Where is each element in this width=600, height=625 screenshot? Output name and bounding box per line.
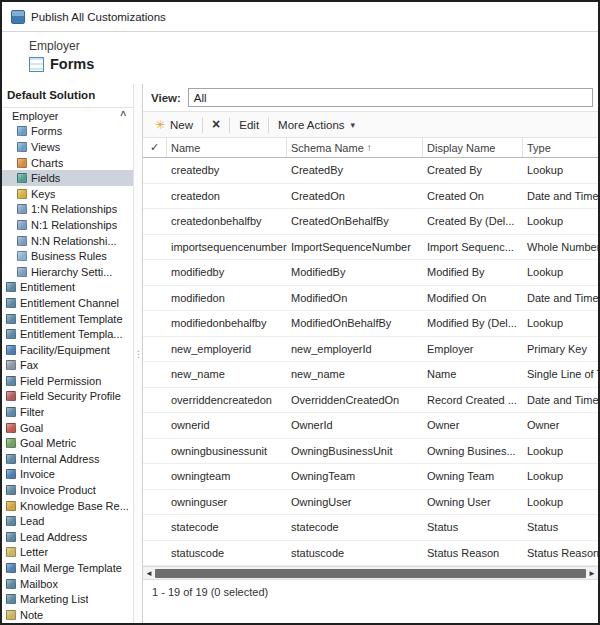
field-type-cell: Status Reason [523, 547, 598, 559]
sidebar-item-1-n-relationships[interactable]: 1:N Relationships [2, 202, 133, 218]
sidebar-item-hierarchy-setti[interactable]: Hierarchy Setti... [2, 264, 133, 280]
sidebar-item-business-rules[interactable]: Business Rules [2, 248, 133, 264]
sidebar-item-entitlement-templa[interactable]: Entitlement Templa... [2, 326, 133, 342]
field-row-modifiedonbehalfby[interactable]: modifiedonbehalfbyModifiedOnBehalfByModi… [143, 311, 598, 337]
collapse-chevron-icon[interactable]: ^ [120, 110, 126, 121]
sidebar-item-note[interactable]: Note [2, 607, 133, 623]
scroll-left-icon[interactable]: ◄ [145, 568, 153, 579]
field-name-cell: importsequencenumber [167, 241, 287, 253]
sidebar-item-charts[interactable]: Charts [2, 155, 133, 171]
field-row-overriddencreatedon[interactable]: overriddencreatedonOverriddenCreatedOnRe… [143, 388, 598, 414]
column-header-name[interactable]: Name [167, 138, 287, 157]
field-row-createdon[interactable]: createdonCreatedOnCreated OnDate and Tim… [143, 184, 598, 210]
field-schema-cell: OwningTeam [287, 470, 423, 482]
sidebar-item-keys[interactable]: Keys [2, 186, 133, 202]
sidebar-splitter[interactable]: ⋮ [133, 84, 142, 623]
sidebar-item-knowledge-base-re[interactable]: Knowledge Base Re... [2, 498, 133, 514]
sidebar-item-field-permission[interactable]: Field Permission [2, 373, 133, 389]
sidebar-item-forms[interactable]: Forms [2, 124, 133, 140]
sort-ascending-icon: ↑ [367, 142, 372, 153]
field-row-createdby[interactable]: createdbyCreatedByCreated ByLookup [143, 158, 598, 184]
sidebar-item-invoice[interactable]: Invoice [2, 467, 133, 483]
field-schema-cell: statecode [287, 521, 423, 533]
view-dropdown[interactable]: All [188, 88, 593, 107]
edit-button[interactable]: Edit [231, 116, 267, 134]
field-row-owningteam[interactable]: owningteamOwningTeamOwning TeamLookup [143, 464, 598, 490]
field-display-cell: Created By [423, 164, 523, 176]
column-header-type[interactable]: Type [523, 138, 598, 157]
sidebar-item-label: Internal Address [20, 453, 100, 465]
sidebar-item-entitlement-template[interactable]: Entitlement Template [2, 311, 133, 327]
field-display-cell: Owning Team [423, 470, 523, 482]
select-all-column-header[interactable]: ✓ [143, 138, 167, 157]
new-button[interactable]: ✳ New [147, 116, 201, 134]
field-schema-cell: OwningUser [287, 496, 423, 508]
sidebar-item-label: Entitlement Template [20, 313, 123, 325]
field-name-cell: statecode [167, 521, 287, 533]
sidebar-item-label: Knowledge Base Re... [20, 500, 129, 512]
field-name-cell: owninguser [167, 496, 287, 508]
field-row-createdonbehalfby[interactable]: createdonbehalfbyCreatedOnBehalfByCreate… [143, 209, 598, 235]
field-row-statuscode[interactable]: statuscodestatuscodeStatus ReasonStatus … [143, 541, 598, 567]
sidebar-item-entitlement-channel[interactable]: Entitlement Channel [2, 295, 133, 311]
page-header: Employer Forms [2, 32, 598, 84]
field-schema-cell: OverriddenCreatedOn [287, 394, 423, 406]
field-row-new-employerid[interactable]: new_employeridnew_employerIdEmployerPrim… [143, 337, 598, 363]
column-header-type-label: Type [527, 142, 551, 154]
column-header-schema-name[interactable]: Schema Name ↑ [287, 138, 423, 157]
sidebar-item-employer[interactable]: Employer^ [2, 108, 133, 124]
sidebar-item-views[interactable]: Views [2, 139, 133, 155]
horizontal-scrollbar[interactable]: ◄ ► [143, 566, 598, 579]
field-schema-cell: OwnerId [287, 419, 423, 431]
sidebar-item-n-1-relationships[interactable]: N:1 Relationships [2, 217, 133, 233]
entity-icon [6, 563, 16, 573]
field-row-ownerid[interactable]: owneridOwnerIdOwnerOwner [143, 413, 598, 439]
entity-icon [6, 532, 16, 542]
publish-all-customizations-button[interactable]: Publish All Customizations [11, 10, 166, 24]
sidebar-item-mail-merge-template[interactable]: Mail Merge Template [2, 560, 133, 576]
field-schema-cell: new_name [287, 368, 423, 380]
sidebar-item-filter[interactable]: Filter [2, 404, 133, 420]
many-to-many-relationships-icon [17, 236, 27, 246]
sidebar-item-n-n-relationshi[interactable]: N:N Relationshi... [2, 233, 133, 249]
sidebar-item-mailbox[interactable]: Mailbox [2, 576, 133, 592]
field-row-owninguser[interactable]: owninguserOwningUserOwning UserLookup [143, 490, 598, 516]
entity-icon [6, 547, 16, 557]
scroll-right-icon[interactable]: ► [588, 568, 596, 579]
sidebar-item-field-security-profile[interactable]: Field Security Profile [2, 389, 133, 405]
sidebar-item-label: 1:N Relationships [31, 203, 117, 215]
delete-button[interactable]: × [204, 115, 228, 134]
entity-icon [6, 298, 16, 308]
field-type-cell: Date and Time [523, 190, 598, 202]
sidebar-item-label: Forms [31, 125, 62, 137]
sidebar-item-goal[interactable]: Goal [2, 420, 133, 436]
scrollbar-thumb[interactable] [155, 569, 586, 578]
field-type-cell: Status [523, 521, 598, 533]
sidebar-item-entitlement[interactable]: Entitlement [2, 280, 133, 296]
sidebar-item-label: Entitlement Templa... [20, 328, 123, 340]
field-row-importsequencenumber[interactable]: importsequencenumberImportSequenceNumber… [143, 235, 598, 261]
new-icon: ✳ [155, 119, 165, 131]
sidebar-item-invoice-product[interactable]: Invoice Product [2, 482, 133, 498]
more-actions-button[interactable]: More Actions ▾ [270, 116, 363, 134]
sidebar-item-internal-address[interactable]: Internal Address [2, 451, 133, 467]
sidebar-item-fields[interactable]: Fields [2, 170, 133, 186]
field-row-modifiedon[interactable]: modifiedonModifiedOnModified OnDate and … [143, 286, 598, 312]
sidebar-item-lead[interactable]: Lead [2, 513, 133, 529]
field-row-statecode[interactable]: statecodestatecodeStatusStatus [143, 515, 598, 541]
sidebar-item-facility-equipment[interactable]: Facility/Equipment [2, 342, 133, 358]
sidebar-item-goal-metric[interactable]: Goal Metric [2, 435, 133, 451]
field-schema-cell: OwningBusinessUnit [287, 445, 423, 457]
field-row-owningbusinessunit[interactable]: owningbusinessunitOwningBusinessUnitOwni… [143, 439, 598, 465]
field-display-cell: Name [423, 368, 523, 380]
field-row-new-name[interactable]: new_namenew_nameNameSingle Line of Text [143, 362, 598, 388]
sidebar-item-label: Entitlement [20, 281, 75, 293]
column-header-display-name[interactable]: Display Name [423, 138, 523, 157]
sidebar-item-letter[interactable]: Letter [2, 545, 133, 561]
sidebar-item-fax[interactable]: Fax [2, 358, 133, 374]
sidebar-item-marketing-list[interactable]: Marketing List [2, 591, 133, 607]
field-row-modifiedby[interactable]: modifiedbyModifiedByModified ByLookup [143, 260, 598, 286]
sidebar-item-label: Facility/Equipment [20, 344, 110, 356]
sidebar-item-label: Mail Merge Template [20, 562, 122, 574]
sidebar-item-lead-address[interactable]: Lead Address [2, 529, 133, 545]
